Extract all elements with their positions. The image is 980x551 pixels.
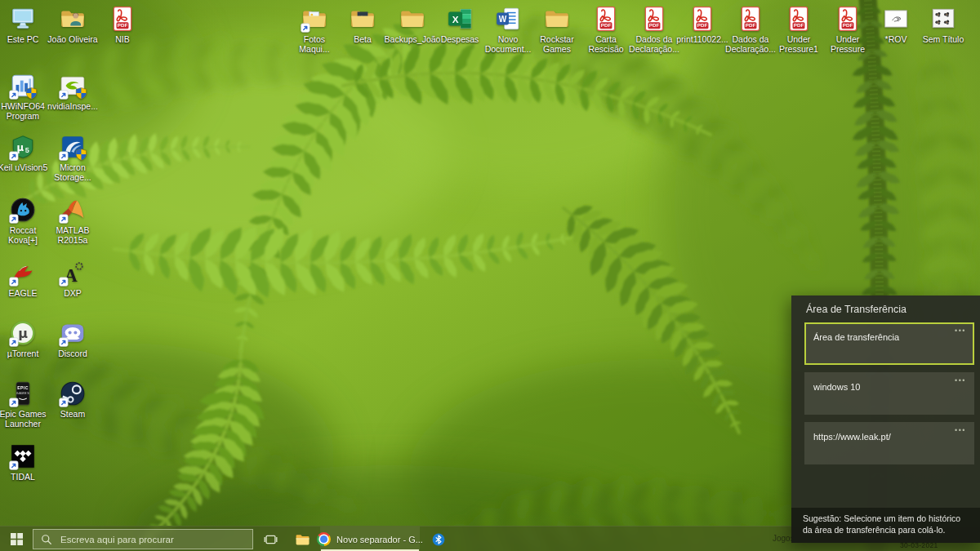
desktop-icon-dados-da-declara-o[interactable]: PDFDados da Declaração...	[627, 5, 681, 55]
desktop-icon-under-pressure[interactable]: PDFUnder Pressure	[821, 5, 875, 55]
folder-photo-icon	[349, 5, 376, 33]
desktop-icon-novo-document[interactable]: WNovo Document...	[481, 5, 535, 55]
desktop-icon-label: Steam	[60, 409, 85, 419]
file-explorer-button[interactable]	[287, 527, 317, 551]
desktop-icon-backups-jo-o[interactable]: Backups_João	[385, 5, 439, 44]
desktop-icon-nib[interactable]: PDFNIB	[96, 5, 149, 44]
clipboard-panel-title: Área de Transferência	[791, 295, 980, 322]
desktop-icon-torrent[interactable]: µµTorrent	[0, 319, 50, 358]
desktop-icon-fotos-maqui[interactable]: Fotos Maqui...	[287, 5, 341, 55]
desktop-icon-discord[interactable]: Discord	[46, 319, 100, 358]
desktop-icon-hwinfo64-program[interactable]: HWiNFO64 Program	[0, 72, 50, 122]
svg-text:µ: µ	[18, 326, 28, 341]
search-input[interactable]	[59, 534, 245, 545]
tidal-icon	[9, 442, 37, 470]
desktop-icon-label: Roccat Kova[+]	[8, 225, 38, 246]
desktop-icon-label: print110022...	[676, 34, 728, 44]
desktop-icon-rockstar-games[interactable]: Rockstar Games	[530, 5, 584, 55]
svg-text:5: 5	[25, 146, 29, 154]
desktop-icon-nvidiainspe[interactable]: nvidiaInspe...	[46, 72, 100, 111]
desktop-icon-keil-uvision5[interactable]: µ5Keil uVision5	[0, 133, 50, 172]
excel-icon: X	[446, 5, 474, 33]
ellipsis-menu-icon[interactable]: •••	[955, 426, 966, 434]
desktop-icon-label: DXP	[64, 288, 82, 298]
desktop-icon-matlab-r2015a[interactable]: MATLAB R2015a	[46, 196, 100, 246]
image-pattern-icon	[929, 5, 957, 33]
keil-icon: µ5	[9, 133, 37, 161]
pdf-icon: PDF	[688, 5, 716, 33]
desktop-icon-label: EAGLE	[8, 288, 37, 298]
desktop-icon-jo-o-oliveira[interactable]: João Oliveira	[46, 5, 100, 44]
nvidia-inspector-icon	[59, 72, 87, 100]
desktop-icon-label: µTorrent	[7, 349, 39, 358]
desktop-icon-label: Despesas	[441, 34, 479, 44]
clipboard-item[interactable]: Área de transferência•••	[804, 322, 974, 365]
desktop-icon-tidal[interactable]: TIDAL	[0, 442, 50, 482]
desktop-icon-este-pc[interactable]: Este PC	[0, 5, 50, 44]
folder-images-icon	[301, 5, 328, 33]
desktop-icon-roccat-kova[interactable]: Roccat Kova[+]	[0, 196, 50, 246]
desktop-icon-print110022[interactable]: PDFprint110022...	[675, 5, 729, 44]
clipboard-suggestion-text: Sugestão: Selecione um item do histórico…	[791, 508, 980, 543]
desktop-icon-steam[interactable]: Steam	[46, 380, 100, 419]
clipboard-items-list: Área de transferência•••windows 10•••htt…	[791, 322, 980, 464]
task-view-icon	[264, 533, 278, 546]
desktop-icon-micron-storage[interactable]: Micron Storage...	[46, 133, 100, 183]
desktop-icon-beta[interactable]: Beta	[336, 5, 390, 44]
matlab-icon	[59, 196, 87, 224]
desktop-icon-label: Este PC	[7, 34, 39, 44]
ellipsis-menu-icon[interactable]: •••	[955, 327, 966, 335]
clipboard-item-text: https://www.leak.pt/	[813, 432, 891, 442]
word-icon: W	[494, 5, 522, 33]
desktop-icon-label: João Oliveira	[47, 34, 97, 44]
desktop-icon-label: nvidiaInspe...	[47, 101, 98, 111]
desktop-icon-eagle[interactable]: EAGLE	[0, 259, 50, 298]
desktop-icon-label: Discord	[58, 349, 87, 358]
clipboard-item[interactable]: windows 10•••	[804, 372, 974, 415]
user-folder-icon	[59, 5, 87, 33]
steam-icon	[59, 380, 87, 407]
desktop-icon-label: *ROV	[885, 34, 907, 44]
image-file-icon	[882, 5, 910, 33]
svg-text:PDF: PDF	[794, 22, 804, 28]
desktop-icon-carta-rescis-o[interactable]: PDFCarta Rescisão	[579, 5, 633, 55]
start-button[interactable]	[0, 527, 33, 551]
pdf-icon: PDF	[785, 5, 813, 33]
windows-logo-icon	[11, 533, 23, 545]
desktop-icon-under-pressure1[interactable]: PDFUnder Pressure1	[772, 5, 826, 55]
svg-text:GAMES: GAMES	[16, 392, 29, 395]
desktop-icon-label: Rockstar Games	[540, 34, 573, 55]
ellipsis-menu-icon[interactable]: •••	[955, 376, 966, 384]
taskbar-search[interactable]	[33, 529, 253, 549]
search-icon	[41, 534, 52, 545]
clipboard-item-text: windows 10	[813, 382, 860, 392]
bluetooth-icon	[432, 533, 445, 546]
pdf-icon: PDF	[592, 5, 620, 33]
desktop-icon-sem-t-tulo[interactable]: Sem Título	[916, 5, 970, 44]
desktop-icon-dxp[interactable]: ADXP	[46, 259, 100, 298]
desktop-icon-label: Under Pressure	[831, 34, 865, 55]
epic-icon: EPICGAMES	[9, 380, 37, 407]
pdf-icon: PDF	[834, 5, 862, 33]
desktop-icon-label: Dados da Declaração...	[725, 34, 776, 55]
taskbar-app-label: Novo separador - G...	[336, 535, 423, 544]
pdf-icon: PDF	[640, 5, 668, 33]
clipboard-item[interactable]: https://www.leak.pt/•••	[804, 422, 974, 464]
desktop-icon-label: Epic Games Launcher	[0, 409, 47, 429]
desktop-icon-despesas[interactable]: XDespesas	[433, 5, 487, 44]
desktop-icon-rov[interactable]: *ROV	[869, 5, 923, 44]
desktop-icon-epic-games-launcher[interactable]: EPICGAMESEpic Games Launcher	[0, 380, 50, 429]
discord-icon	[59, 319, 87, 347]
chrome-icon	[317, 532, 331, 546]
taskbar-app-chrome[interactable]: Novo separador - G...	[320, 527, 420, 551]
folder-icon	[543, 5, 571, 33]
desktop-icon-label: Carta Rescisão	[588, 34, 623, 55]
task-view-button[interactable]	[256, 527, 284, 551]
bluetooth-button[interactable]	[425, 527, 452, 551]
hwinfo-icon	[9, 72, 37, 100]
svg-text:X: X	[452, 14, 459, 24]
desktop-icon-label: Dados da Declaração...	[629, 34, 679, 55]
desktop-icon-dados-da-declara-o[interactable]: PDFDados da Declaração...	[724, 5, 777, 55]
svg-text:PDF: PDF	[746, 22, 756, 28]
svg-text:PDF: PDF	[843, 22, 853, 28]
